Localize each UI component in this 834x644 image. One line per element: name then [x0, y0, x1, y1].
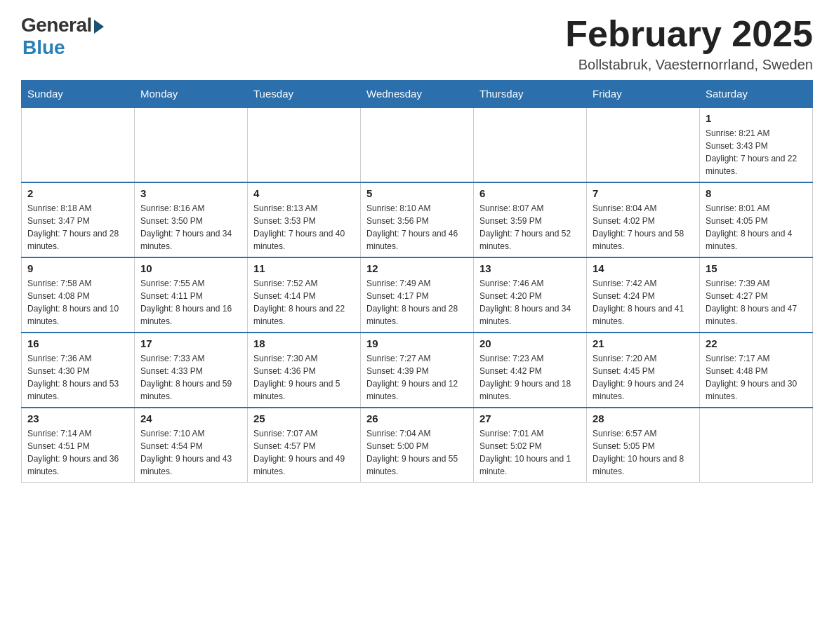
day-info: Sunrise: 7:30 AMSunset: 4:36 PMDaylight:… [253, 352, 355, 403]
table-row: 22Sunrise: 7:17 AMSunset: 4:48 PMDayligh… [700, 333, 813, 408]
day-info: Sunrise: 7:17 AMSunset: 4:48 PMDaylight:… [706, 352, 807, 403]
day-number: 27 [479, 412, 581, 424]
day-info: Sunrise: 7:10 AMSunset: 4:54 PMDaylight:… [140, 427, 241, 478]
day-number: 6 [479, 187, 581, 199]
day-number: 10 [140, 262, 241, 274]
day-number: 5 [366, 187, 468, 199]
day-info: Sunrise: 7:01 AMSunset: 5:02 PMDaylight:… [479, 427, 581, 478]
table-row: 25Sunrise: 7:07 AMSunset: 4:57 PMDayligh… [248, 408, 361, 483]
day-number: 4 [253, 187, 355, 199]
day-info: Sunrise: 8:18 AMSunset: 3:47 PMDaylight:… [27, 202, 128, 253]
day-number: 11 [253, 262, 355, 274]
table-row: 11Sunrise: 7:52 AMSunset: 4:14 PMDayligh… [248, 257, 361, 333]
day-number: 15 [706, 262, 807, 274]
header-tuesday: Tuesday [248, 81, 361, 108]
table-row: 21Sunrise: 7:20 AMSunset: 4:45 PMDayligh… [587, 333, 700, 408]
day-number: 24 [140, 412, 241, 424]
day-info: Sunrise: 8:01 AMSunset: 4:05 PMDaylight:… [706, 202, 807, 253]
day-info: Sunrise: 7:07 AMSunset: 4:57 PMDaylight:… [253, 427, 355, 478]
table-row: 12Sunrise: 7:49 AMSunset: 4:17 PMDayligh… [361, 257, 474, 333]
table-row: 8Sunrise: 8:01 AMSunset: 4:05 PMDaylight… [700, 182, 813, 257]
table-row: 7Sunrise: 8:04 AMSunset: 4:02 PMDaylight… [587, 182, 700, 257]
day-number: 17 [140, 337, 241, 349]
header-sunday: Sunday [22, 81, 135, 108]
table-row: 24Sunrise: 7:10 AMSunset: 4:54 PMDayligh… [135, 408, 248, 483]
table-row [22, 107, 135, 182]
day-number: 22 [706, 337, 807, 349]
day-info: Sunrise: 8:13 AMSunset: 3:53 PMDaylight:… [253, 202, 355, 253]
day-info: Sunrise: 6:57 AMSunset: 5:05 PMDaylight:… [593, 427, 694, 478]
table-row: 15Sunrise: 7:39 AMSunset: 4:27 PMDayligh… [700, 257, 813, 333]
month-title: February 2025 [565, 14, 813, 54]
table-row: 17Sunrise: 7:33 AMSunset: 4:33 PMDayligh… [135, 333, 248, 408]
table-row: 2Sunrise: 8:18 AMSunset: 3:47 PMDaylight… [22, 182, 135, 257]
table-row: 10Sunrise: 7:55 AMSunset: 4:11 PMDayligh… [135, 257, 248, 333]
table-row [700, 408, 813, 483]
day-info: Sunrise: 7:39 AMSunset: 4:27 PMDaylight:… [706, 277, 807, 328]
day-info: Sunrise: 7:52 AMSunset: 4:14 PMDaylight:… [253, 277, 355, 328]
table-row: 16Sunrise: 7:36 AMSunset: 4:30 PMDayligh… [22, 333, 135, 408]
day-number: 19 [366, 337, 468, 349]
table-row: 20Sunrise: 7:23 AMSunset: 4:42 PMDayligh… [474, 333, 587, 408]
table-row: 28Sunrise: 6:57 AMSunset: 5:05 PMDayligh… [587, 408, 700, 483]
day-info: Sunrise: 7:27 AMSunset: 4:39 PMDaylight:… [366, 352, 468, 403]
table-row: 13Sunrise: 7:46 AMSunset: 4:20 PMDayligh… [474, 257, 587, 333]
calendar-table: Sunday Monday Tuesday Wednesday Thursday… [21, 80, 813, 483]
day-number: 8 [706, 187, 807, 199]
day-info: Sunrise: 7:14 AMSunset: 4:51 PMDaylight:… [27, 427, 128, 478]
table-row: 14Sunrise: 7:42 AMSunset: 4:24 PMDayligh… [587, 257, 700, 333]
day-number: 9 [27, 262, 128, 274]
day-info: Sunrise: 8:16 AMSunset: 3:50 PMDaylight:… [140, 202, 241, 253]
day-info: Sunrise: 7:58 AMSunset: 4:08 PMDaylight:… [27, 277, 128, 328]
calendar-week-row: 9Sunrise: 7:58 AMSunset: 4:08 PMDaylight… [22, 257, 813, 333]
location-text: Bollstabruk, Vaesternorrland, Sweden [565, 57, 813, 73]
calendar-week-row: 2Sunrise: 8:18 AMSunset: 3:47 PMDaylight… [22, 182, 813, 257]
day-number: 7 [593, 187, 694, 199]
table-row: 3Sunrise: 8:16 AMSunset: 3:50 PMDaylight… [135, 182, 248, 257]
day-info: Sunrise: 7:36 AMSunset: 4:30 PMDaylight:… [27, 352, 128, 403]
table-row: 5Sunrise: 8:10 AMSunset: 3:56 PMDaylight… [361, 182, 474, 257]
day-info: Sunrise: 7:20 AMSunset: 4:45 PMDaylight:… [593, 352, 694, 403]
page-header: General Blue February 2025 Bollstabruk, … [21, 14, 813, 73]
day-info: Sunrise: 7:33 AMSunset: 4:33 PMDaylight:… [140, 352, 241, 403]
table-row: 23Sunrise: 7:14 AMSunset: 4:51 PMDayligh… [22, 408, 135, 483]
table-row: 6Sunrise: 8:07 AMSunset: 3:59 PMDaylight… [474, 182, 587, 257]
day-number: 20 [479, 337, 581, 349]
day-number: 3 [140, 187, 241, 199]
header-thursday: Thursday [474, 81, 587, 108]
logo-arrow-icon [94, 20, 104, 34]
table-row [474, 107, 587, 182]
calendar-week-row: 23Sunrise: 7:14 AMSunset: 4:51 PMDayligh… [22, 408, 813, 483]
logo: General Blue [21, 14, 104, 59]
table-row: 19Sunrise: 7:27 AMSunset: 4:39 PMDayligh… [361, 333, 474, 408]
header-saturday: Saturday [700, 81, 813, 108]
day-info: Sunrise: 7:46 AMSunset: 4:20 PMDaylight:… [479, 277, 581, 328]
day-info: Sunrise: 7:49 AMSunset: 4:17 PMDaylight:… [366, 277, 468, 328]
day-info: Sunrise: 8:04 AMSunset: 4:02 PMDaylight:… [593, 202, 694, 253]
table-row: 4Sunrise: 8:13 AMSunset: 3:53 PMDaylight… [248, 182, 361, 257]
day-info: Sunrise: 8:10 AMSunset: 3:56 PMDaylight:… [366, 202, 468, 253]
logo-blue-text: Blue [22, 36, 65, 59]
header-monday: Monday [135, 81, 248, 108]
table-row: 26Sunrise: 7:04 AMSunset: 5:00 PMDayligh… [361, 408, 474, 483]
logo-general-text: General [21, 14, 92, 36]
day-info: Sunrise: 7:04 AMSunset: 5:00 PMDaylight:… [366, 427, 468, 478]
day-number: 18 [253, 337, 355, 349]
table-row: 1Sunrise: 8:21 AMSunset: 3:43 PMDaylight… [700, 107, 813, 182]
day-number: 2 [27, 187, 128, 199]
calendar-week-row: 16Sunrise: 7:36 AMSunset: 4:30 PMDayligh… [22, 333, 813, 408]
day-number: 25 [253, 412, 355, 424]
table-row: 9Sunrise: 7:58 AMSunset: 4:08 PMDaylight… [22, 257, 135, 333]
day-info: Sunrise: 8:21 AMSunset: 3:43 PMDaylight:… [706, 127, 807, 177]
day-info: Sunrise: 7:23 AMSunset: 4:42 PMDaylight:… [479, 352, 581, 403]
table-row [248, 107, 361, 182]
calendar-week-row: 1Sunrise: 8:21 AMSunset: 3:43 PMDaylight… [22, 107, 813, 182]
day-info: Sunrise: 7:42 AMSunset: 4:24 PMDaylight:… [593, 277, 694, 328]
table-row: 27Sunrise: 7:01 AMSunset: 5:02 PMDayligh… [474, 408, 587, 483]
day-number: 1 [706, 112, 807, 124]
table-row: 18Sunrise: 7:30 AMSunset: 4:36 PMDayligh… [248, 333, 361, 408]
day-info: Sunrise: 7:55 AMSunset: 4:11 PMDaylight:… [140, 277, 241, 328]
day-number: 14 [593, 262, 694, 274]
table-row [361, 107, 474, 182]
header-friday: Friday [587, 81, 700, 108]
